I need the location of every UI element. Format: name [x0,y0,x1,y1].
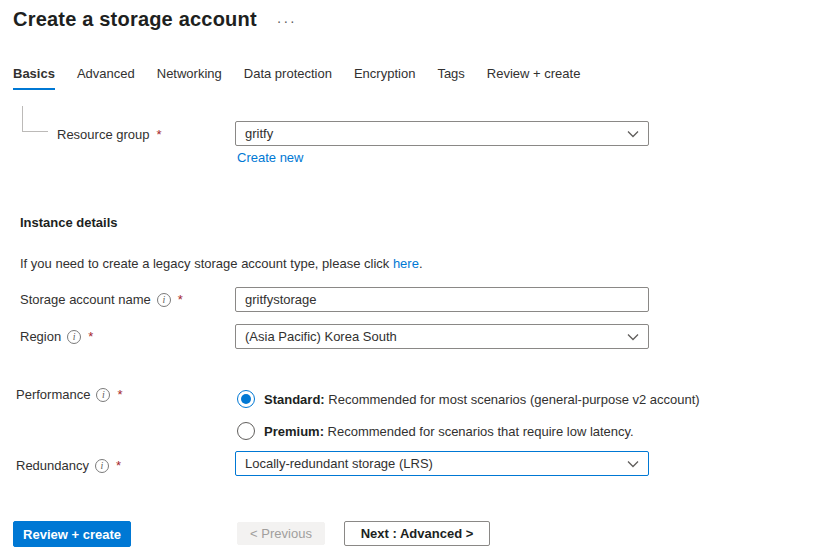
performance-label-text: Performance [16,387,90,402]
create-storage-account-page: Create a storage account ··· Basics Adva… [0,0,840,560]
region-label-text: Region [20,329,61,344]
tab-encryption[interactable]: Encryption [354,66,415,90]
tab-tags[interactable]: Tags [437,66,464,90]
info-icon[interactable]: i [157,293,171,307]
region-label: Region i * [20,329,93,344]
performance-premium-radio[interactable]: Premium: Recommended for scenarios that … [237,422,634,440]
legacy-notice-text: If you need to create a legacy storage a… [20,256,393,271]
region-dropdown[interactable]: (Asia Pacific) Korea South [235,324,649,349]
required-asterisk: * [116,458,121,473]
performance-premium-name: Premium: [264,424,324,439]
performance-standard-name: Standard: [264,392,325,407]
tab-bar: Basics Advanced Networking Data protecti… [13,66,580,90]
info-icon[interactable]: i [95,459,109,473]
tab-advanced[interactable]: Advanced [77,66,135,90]
legacy-here-link[interactable]: here [393,256,419,271]
chevron-down-icon [627,460,639,468]
info-icon-glyph: i [101,460,104,471]
legacy-notice-period: . [419,256,423,271]
tab-data-protection[interactable]: Data protection [244,66,332,90]
tab-networking[interactable]: Networking [157,66,222,90]
tab-review-create[interactable]: Review + create [487,66,581,90]
required-asterisk: * [157,127,162,142]
resource-group-label-text: Resource group [57,127,150,142]
redundancy-value: Locally-redundant storage (LRS) [245,456,433,471]
info-icon[interactable]: i [67,330,81,344]
legacy-notice: If you need to create a legacy storage a… [20,256,423,271]
instance-details-heading: Instance details [20,215,118,230]
storage-account-name-label: Storage account name i * [20,292,183,307]
radio-unselected-icon [237,422,255,440]
redundancy-label-text: Redundancy [16,458,89,473]
info-icon[interactable]: i [96,388,110,402]
redundancy-dropdown[interactable]: Locally-redundant storage (LRS) [235,451,649,476]
required-asterisk: * [117,387,122,402]
info-icon-glyph: i [162,294,165,305]
resource-group-label: Resource group * [57,127,162,142]
performance-premium-description: Recommended for scenarios that require l… [328,424,634,439]
tree-branch-indicator [22,106,48,132]
redundancy-label: Redundancy i * [16,458,121,473]
region-value: (Asia Pacific) Korea South [245,329,397,344]
chevron-down-icon [627,333,639,341]
next-advanced-button[interactable]: Next : Advanced > [344,521,490,546]
info-icon-glyph: i [102,389,105,400]
storage-account-name-label-text: Storage account name [20,292,151,307]
performance-premium-text: Premium: Recommended for scenarios that … [264,424,634,439]
chevron-down-icon [627,130,639,138]
resource-group-dropdown[interactable]: gritfy [235,121,649,146]
resource-group-value: gritfy [245,126,273,141]
more-options-icon[interactable]: ··· [277,13,297,29]
required-asterisk: * [178,292,183,307]
create-new-link[interactable]: Create new [237,150,303,165]
performance-standard-radio[interactable]: Standard: Recommended for most scenarios… [237,390,700,408]
info-icon-glyph: i [73,331,76,342]
performance-standard-description: Recommended for most scenarios (general-… [328,392,699,407]
performance-label: Performance i * [16,387,122,402]
storage-account-name-input[interactable] [235,287,649,312]
page-title: Create a storage account [13,8,257,31]
radio-selected-icon [237,390,255,408]
required-asterisk: * [88,329,93,344]
tab-basics[interactable]: Basics [13,66,55,90]
review-create-button[interactable]: Review + create [13,521,131,547]
performance-standard-text: Standard: Recommended for most scenarios… [264,392,700,407]
page-header: Create a storage account ··· [13,8,297,31]
previous-button[interactable]: < Previous [237,522,325,545]
